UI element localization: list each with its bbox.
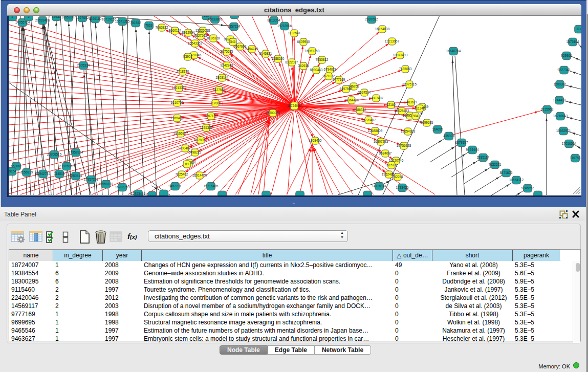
svg-text:1610755: 1610755 — [171, 101, 184, 104]
svg-text:1621072: 1621072 — [322, 74, 335, 78]
svg-text:16543362: 16543362 — [188, 41, 203, 45]
svg-text:8990443: 8990443 — [310, 68, 323, 72]
svg-text:18724007: 18724007 — [287, 104, 302, 107]
svg-text:2087682: 2087682 — [365, 17, 378, 21]
svg-text:10719155: 10719155 — [102, 17, 117, 21]
svg-text:9227343: 9227343 — [558, 68, 571, 72]
svg-text:1156819: 1156819 — [20, 170, 33, 174]
svg-text:15716485: 15716485 — [204, 184, 219, 188]
svg-text:9474444: 9474444 — [466, 148, 479, 151]
svg-text:929966: 929966 — [561, 54, 572, 57]
svg-text:17016504: 17016504 — [562, 142, 577, 145]
svg-text:1209387: 1209387 — [554, 82, 567, 86]
svg-text:7663822: 7663822 — [156, 26, 168, 29]
svg-text:252254: 252254 — [392, 175, 403, 179]
svg-text:2803144: 2803144 — [216, 76, 229, 79]
svg-text:19756928: 19756928 — [397, 144, 411, 147]
svg-text:1965492: 1965492 — [171, 116, 184, 120]
svg-text:17359924: 17359924 — [69, 150, 83, 154]
svg-text:2935114: 2935114 — [477, 156, 490, 159]
svg-text:1235359: 1235359 — [200, 126, 213, 129]
svg-text:7955812: 7955812 — [316, 58, 329, 61]
svg-text:3624514: 3624514 — [358, 91, 371, 94]
svg-text:16033809: 16033809 — [208, 17, 223, 21]
svg-text:1527602: 1527602 — [76, 16, 89, 19]
svg-text:3675685: 3675685 — [221, 50, 233, 53]
svg-text:1588520: 1588520 — [272, 57, 285, 60]
svg-text:14136141: 14136141 — [372, 184, 387, 188]
svg-text:62160: 62160 — [386, 103, 396, 106]
svg-text:17957223: 17957223 — [84, 178, 99, 181]
svg-text:12975115: 12975115 — [402, 82, 417, 86]
svg-text:114519: 114519 — [54, 172, 65, 176]
svg-text:16671355: 16671355 — [115, 19, 130, 23]
svg-text:16154838: 16154838 — [375, 27, 390, 31]
svg-text:19218506: 19218506 — [277, 24, 292, 28]
svg-text:10973493: 10973493 — [393, 53, 408, 57]
svg-text:9242843: 9242843 — [221, 63, 233, 67]
svg-text:10653267: 10653267 — [61, 16, 76, 19]
svg-text:16210643: 16210643 — [553, 114, 568, 118]
svg-text:20206516: 20206516 — [47, 152, 62, 156]
svg-text:8813054: 8813054 — [268, 18, 280, 22]
svg-text:2: 2 — [28, 16, 30, 18]
svg-text:15720407: 15720407 — [361, 118, 376, 122]
svg-text:1575104: 1575104 — [567, 40, 579, 43]
svg-text:7485063: 7485063 — [399, 67, 412, 71]
svg-text:13226058: 13226058 — [195, 29, 210, 32]
svg-text:10958107: 10958107 — [99, 182, 114, 186]
svg-text:8186328: 8186328 — [207, 36, 220, 40]
svg-text:16914479: 16914479 — [192, 173, 207, 177]
svg-text:653061: 653061 — [11, 164, 22, 168]
svg-text:6497568: 6497568 — [340, 87, 353, 91]
svg-text:435923: 435923 — [443, 134, 454, 138]
svg-text:1958455: 1958455 — [309, 139, 322, 142]
svg-text:9684067: 9684067 — [379, 151, 392, 155]
svg-text:16961758: 16961758 — [305, 49, 320, 53]
svg-text:25300275: 25300275 — [266, 111, 280, 115]
svg-text:8427552: 8427552 — [213, 88, 226, 92]
svg-text:164095: 164095 — [432, 127, 443, 131]
svg-text:2905334: 2905334 — [77, 63, 90, 67]
svg-text:1733426: 1733426 — [396, 186, 409, 189]
svg-text:10807487: 10807487 — [369, 96, 384, 100]
svg-text:9699695: 9699695 — [421, 121, 433, 124]
svg-text:6409910: 6409910 — [297, 40, 310, 43]
svg-text:9245652: 9245652 — [521, 186, 534, 190]
svg-text:2718170: 2718170 — [177, 70, 189, 73]
svg-text:7986322: 7986322 — [354, 108, 366, 112]
svg-text:23975887: 23975887 — [59, 164, 74, 168]
svg-text:9146821: 9146821 — [259, 52, 272, 55]
svg-text:8878352: 8878352 — [194, 138, 207, 142]
svg-text:2667608: 2667608 — [234, 45, 247, 48]
svg-text:7625402: 7625402 — [176, 172, 188, 176]
svg-text:12942737: 12942737 — [36, 172, 51, 176]
svg-text:15692971: 15692971 — [556, 129, 571, 133]
svg-text:6794028: 6794028 — [324, 68, 337, 71]
svg-text:12213363: 12213363 — [172, 86, 187, 90]
svg-text:751552: 751552 — [130, 21, 141, 25]
svg-text:89: 89 — [185, 162, 189, 166]
svg-text:12923446: 12923446 — [131, 192, 146, 195]
svg-text:9777169: 9777169 — [333, 78, 345, 81]
svg-text:93901: 93901 — [183, 55, 192, 58]
svg-text:1615132: 1615132 — [385, 163, 398, 167]
svg-text:10688609: 10688609 — [368, 129, 383, 133]
svg-text:8322037: 8322037 — [286, 60, 298, 64]
svg-text:6466160: 6466160 — [89, 17, 102, 20]
svg-text:1250513: 1250513 — [70, 174, 82, 178]
svg-text:8912954: 8912954 — [182, 31, 195, 34]
svg-text:9327503: 9327503 — [194, 34, 207, 37]
svg-text:1132541: 1132541 — [288, 31, 301, 35]
svg-text:8454749: 8454749 — [246, 47, 258, 51]
svg-text:19931: 19931 — [52, 16, 61, 18]
svg-text:6879197: 6879197 — [455, 141, 468, 144]
svg-text:19166827: 19166827 — [173, 132, 188, 135]
svg-text:9463627: 9463627 — [405, 100, 418, 104]
svg-text:3215953: 3215953 — [541, 107, 554, 111]
svg-text:8267130: 8267130 — [205, 114, 217, 118]
svg-text:20364436: 20364436 — [344, 98, 359, 102]
svg-text:7632621: 7632621 — [489, 163, 502, 166]
svg-text:12213967: 12213967 — [385, 39, 400, 43]
svg-text:111: 111 — [576, 27, 581, 31]
